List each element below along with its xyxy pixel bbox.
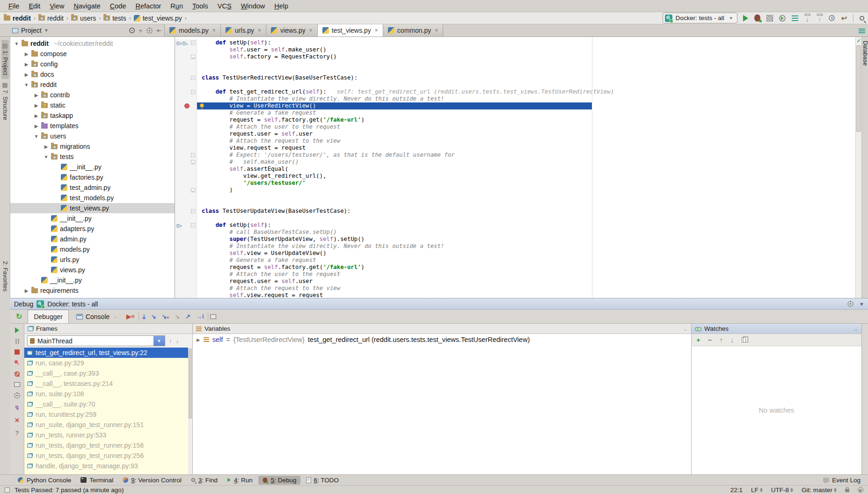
chevron-collapsed-icon[interactable]: ▶: [24, 51, 29, 57]
gear-icon[interactable]: [146, 28, 153, 34]
code-text[interactable]: def test_get_redirect_url(self): self: t…: [197, 88, 861, 95]
hide-panel-icon[interactable]: ▼: [859, 301, 864, 307]
tree-item-admin-py[interactable]: admin.py: [10, 234, 175, 244]
evaluate-expression-icon[interactable]: [210, 314, 216, 319]
code-line[interactable]: ⌄ # self.make_user(): [175, 159, 861, 166]
menu-item-edit[interactable]: Edit: [24, 1, 45, 11]
frame-row[interactable]: run, suite.py:108: [24, 389, 192, 399]
status-message[interactable]: Tests Passed: 7 passed (a minute ago): [15, 487, 124, 494]
code-text[interactable]: self.view = UserUpdateView(): [197, 250, 861, 257]
code-line[interactable]: [175, 81, 861, 88]
code-line[interactable]: request = self.factory.get('/fake-url'): [175, 264, 861, 271]
mute-breakpoints-icon[interactable]: [15, 371, 20, 377]
code-editor[interactable]: ⓞ↑ⓞ↓− def setUp(self): self.user = self.…: [175, 37, 861, 298]
close-tab-icon[interactable]: ×: [309, 27, 313, 34]
code-text[interactable]: request = self.factory.get('/fake-url'): [197, 264, 861, 271]
code-text[interactable]: request.user = self.user: [197, 131, 861, 138]
menu-item-vcs[interactable]: VCS: [213, 1, 236, 11]
code-line[interactable]: # Attach the user to the request: [175, 271, 861, 278]
code-line[interactable]: ⌄ self.factory = RequestFactory(): [175, 53, 861, 60]
pause-icon[interactable]: [15, 339, 19, 344]
fold-marker-icon[interactable]: −: [191, 153, 195, 157]
frame-row[interactable]: test_get_redirect_url, test_views.py:22: [24, 348, 192, 358]
tree-item-test_models-py[interactable]: test_models.py: [10, 193, 175, 203]
tool-button-favorites[interactable]: 2: Favorites: [1, 257, 9, 295]
code-text[interactable]: # self.make_user(): [197, 159, 861, 166]
menu-item-view[interactable]: View: [45, 1, 69, 11]
restore-layout-icon[interactable]: [14, 382, 20, 387]
chevron-collapsed-icon[interactable]: ▶: [34, 113, 39, 118]
tool-window-switcher-icon[interactable]: [5, 487, 10, 493]
code-line[interactable]: view.request = request: [175, 145, 861, 152]
tree-item-factories-py[interactable]: factories.py: [10, 172, 175, 182]
run-to-cursor-icon[interactable]: →ǀ: [194, 313, 206, 320]
menu-item-tools[interactable]: Tools: [188, 1, 213, 11]
code-text[interactable]: super(TestUserUpdateView, self).setUp(): [197, 236, 861, 243]
hide-panel-icon[interactable]: ⇤: [157, 27, 161, 34]
step-out-icon[interactable]: ↗: [183, 313, 192, 320]
editor-tab-models-py[interactable]: models.py×: [165, 24, 221, 36]
code-line[interactable]: request = self.factory.get('/fake-url'): [175, 116, 861, 124]
tree-item-urls-py[interactable]: urls.py: [10, 254, 175, 265]
frame-row[interactable]: run_tests, runner.py:533: [24, 430, 192, 440]
tree-item-taskapp[interactable]: ▶taskapp: [10, 110, 175, 121]
breadcrumb-item[interactable]: reddit: [38, 15, 64, 22]
editor-gutter[interactable]: [175, 173, 197, 180]
code-text[interactable]: self.assertEqual(: [197, 166, 861, 173]
show-execution-point-icon[interactable]: ▶≡: [124, 313, 137, 320]
tool-button-project[interactable]: 1: Project: [1, 40, 9, 79]
force-step-into-icon[interactable]: ↘: [173, 313, 182, 320]
scroll-to-execution-icon[interactable]: ↯: [15, 404, 20, 411]
tree-item-templates[interactable]: ▶templates: [10, 121, 175, 131]
code-line[interactable]: ⓞ↑− def setUp(self):: [175, 222, 861, 229]
variable-row[interactable]: ▶ self = {TestUserRedirectView} test_get…: [193, 334, 691, 345]
project-panel-title[interactable]: Project: [21, 27, 42, 34]
tool-window-button-find[interactable]: 3: Find: [187, 476, 221, 485]
run-icon[interactable]: [743, 15, 748, 22]
tool-button-structure[interactable]: 7: Structure: [1, 79, 9, 124]
coverage-icon[interactable]: [766, 15, 773, 22]
code-line[interactable]: view.get_redirect_url(),: [175, 173, 861, 180]
breadcrumb-item[interactable]: users: [71, 15, 96, 22]
chevron-down-icon[interactable]: ▼: [44, 28, 49, 33]
expand-arrow-icon[interactable]: ▶: [197, 337, 200, 342]
tree-item-__init__-py[interactable]: __init__.py: [10, 162, 175, 172]
frame-row[interactable]: run, tcunittest.py:259: [24, 409, 192, 420]
code-text[interactable]: self.factory = RequestFactory(): [197, 53, 861, 60]
code-line[interactable]: # Attach the request to the view: [175, 138, 861, 145]
code-line[interactable]: # Generate a fake request: [175, 109, 861, 116]
debugger-settings-icon[interactable]: [14, 392, 20, 399]
editor-gutter[interactable]: [175, 278, 197, 285]
editor-gutter[interactable]: [175, 292, 197, 298]
code-line[interactable]: ⓞ↑ⓞ↓− def setUp(self):: [175, 39, 861, 46]
undo-icon[interactable]: ↩: [841, 15, 847, 22]
step-into-my-code-icon[interactable]: ↘●: [160, 313, 171, 320]
code-line[interactable]: − # Expect: '/users/testuser/', as that …: [175, 152, 861, 159]
editor-gutter[interactable]: ⌄: [175, 53, 197, 60]
tree-item-__init__-py[interactable]: __init__.py: [10, 275, 175, 285]
code-line[interactable]: # Attach the user to the request: [175, 124, 861, 131]
editor-gutter[interactable]: [175, 264, 197, 271]
code-line[interactable]: super(TestUserUpdateView, self).setUp(): [175, 236, 861, 243]
inspection-ok-icon[interactable]: ✓: [857, 38, 861, 44]
pin-icon[interactable]: →: [853, 326, 858, 332]
editor-scrollbar[interactable]: ✓: [855, 37, 861, 298]
close-tab-icon[interactable]: ×: [212, 27, 216, 34]
tree-item-users[interactable]: ▼users: [10, 131, 175, 141]
code-line[interactable]: −class TestUserUpdateView(BaseUserTestCa…: [175, 208, 861, 215]
code-text[interactable]: def setUp(self):: [197, 39, 861, 46]
code-text[interactable]: class TestUserRedirectView(BaseUserTestC…: [197, 74, 861, 81]
editor-gutter[interactable]: [175, 250, 197, 257]
editor-gutter[interactable]: [175, 138, 197, 145]
fold-marker-icon[interactable]: ⌄: [191, 188, 195, 192]
code-line[interactable]: [175, 215, 861, 222]
tool-window-button-debug[interactable]: 5: Debug: [258, 476, 300, 485]
chevron-collapsed-icon[interactable]: ▶: [34, 93, 39, 98]
editor-tab-views-py[interactable]: views.py×: [266, 24, 318, 36]
editor-gutter[interactable]: [175, 131, 197, 138]
code-text[interactable]: # call BaseUserTestCase.setUp(): [197, 229, 861, 236]
profiler-icon[interactable]: [779, 15, 786, 22]
tree-item-__init__-py[interactable]: __init__.py: [10, 213, 175, 224]
frame-row[interactable]: __call__, case.py:393: [24, 368, 192, 378]
copy-icon[interactable]: [742, 337, 746, 342]
